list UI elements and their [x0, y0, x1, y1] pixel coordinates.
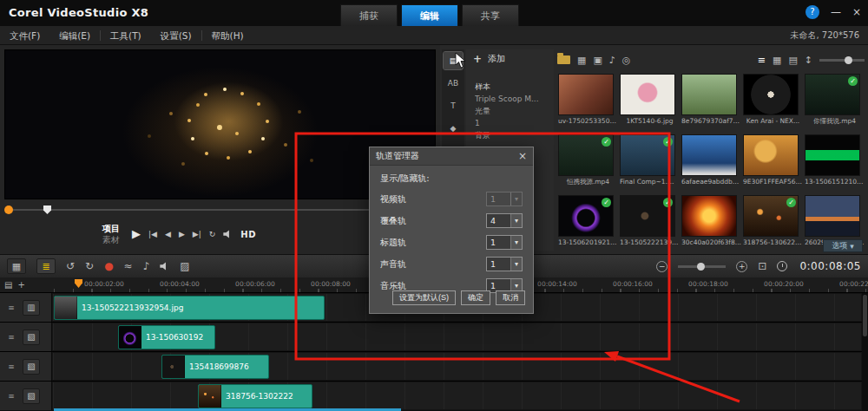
thumbnail-image[interactable]: ✓	[805, 74, 860, 115]
repeat-icon[interactable]: ↻	[209, 228, 216, 240]
media-library-icon[interactable]: ▤	[444, 52, 463, 69]
timeline-vertical-scrollbar[interactable]	[862, 293, 868, 411]
menu-edit[interactable]: 编辑(E)	[49, 26, 100, 45]
scrub-handle[interactable]	[43, 206, 51, 214]
record-capture-icon[interactable]: ▣	[593, 55, 602, 66]
home-button[interactable]: |◀	[148, 228, 157, 240]
overlay-track-icon[interactable]: ▧	[23, 388, 40, 404]
import-folder-icon[interactable]	[557, 55, 570, 64]
menu-file[interactable]: 文件(F)	[0, 26, 49, 45]
hd-preview-button[interactable]: HD	[240, 230, 256, 239]
tab-capture[interactable]: 捕获	[340, 4, 398, 26]
media-item[interactable]: ✓Final Comp~1.mp4	[620, 134, 681, 195]
fit-project-icon[interactable]: ⊡	[758, 260, 766, 272]
media-item[interactable]: ✓你懂我说.mp4	[805, 74, 866, 134]
menu-help[interactable]: 帮助(H)	[202, 26, 253, 45]
thumbnail-image[interactable]: ✓	[681, 134, 737, 176]
video-track-icon[interactable]: ▥	[23, 300, 40, 316]
thumbnail-image[interactable]: ✓	[743, 74, 799, 115]
library-folder-light[interactable]: 光量	[475, 105, 551, 117]
title-track-select[interactable]: 1 ▾	[486, 235, 523, 250]
media-item[interactable]: ✓1KT5140-6.jpg	[620, 74, 681, 134]
timeline-clip[interactable]: 13-150522213932954.jpg	[54, 296, 325, 320]
project-duration-icon[interactable]	[777, 261, 787, 271]
tab-share[interactable]: 共享	[462, 4, 519, 26]
record-capture-icon[interactable]: ●	[104, 260, 113, 272]
media-item[interactable]: ✓13-15062019212...	[558, 195, 620, 256]
add-folder-row[interactable]: + 添加	[466, 49, 554, 68]
thumbnail-image[interactable]: ✓	[805, 134, 860, 176]
media-item[interactable]: ✓uv-17502533509 M...	[558, 74, 620, 134]
thumbnail-image[interactable]: ✓	[620, 134, 675, 176]
thumbnail-image[interactable]: ✓	[743, 134, 799, 176]
timeline-view-button[interactable]: ≣	[36, 258, 56, 274]
track-lock-icon[interactable]: ≡	[0, 333, 23, 342]
thumbnail-view-icon[interactable]: ▦	[773, 55, 781, 66]
media-item[interactable]: ✓6afaeae9abddb4...	[681, 134, 743, 195]
trim-start-marker[interactable]	[4, 206, 13, 214]
undo-icon[interactable]: ↺	[66, 260, 75, 272]
help-icon[interactable]: ?	[806, 5, 819, 19]
overlay-track-icon[interactable]: ▧	[23, 359, 40, 375]
add-track-icon[interactable]: +	[17, 279, 24, 290]
thumbnail-image[interactable]: ✓	[681, 74, 737, 115]
thumbnail-image[interactable]: ✓	[681, 195, 737, 237]
track-lock-icon[interactable]: ≡	[0, 392, 23, 401]
media-item[interactable]: ✓恒携我源.mp4	[558, 134, 620, 195]
sort-icon[interactable]: ↕	[805, 55, 812, 66]
mode-clip-button[interactable]: 素材	[102, 234, 120, 245]
play-button[interactable]: ▶	[132, 228, 141, 240]
thumbnail-size-slider[interactable]	[819, 59, 865, 62]
track-manager-icon[interactable]: ▤	[4, 279, 12, 290]
title-icon[interactable]: T	[444, 97, 463, 114]
track-lock-icon[interactable]: ≡	[0, 362, 23, 371]
thumbnail-image[interactable]: ✓	[620, 74, 675, 115]
import-audio-icon[interactable]: ♪	[609, 55, 615, 66]
auto-music-icon[interactable]: ♪	[143, 260, 150, 272]
previous-frame-button[interactable]: ◀	[165, 228, 171, 240]
transition-icon[interactable]: AB	[444, 75, 463, 92]
thumbnail-image[interactable]: ✓	[558, 134, 614, 176]
next-frame-button[interactable]: ▶	[179, 228, 185, 240]
tab-edit[interactable]: 编辑	[401, 4, 458, 26]
zoom-in-icon[interactable]: +	[736, 261, 747, 272]
media-item[interactable]: ✓8e79679370af7c...	[681, 74, 743, 134]
thumbnail-image[interactable]: ✓	[620, 195, 675, 237]
ok-button[interactable]: 确定	[461, 290, 490, 305]
overlay-track-select[interactable]: 4 ▾	[486, 213, 523, 228]
media-item[interactable]: ✓Ken Arai - NEX...	[743, 74, 805, 134]
scrollbar-thumb[interactable]	[863, 295, 867, 336]
storyboard-view-button[interactable]: ▦	[7, 258, 26, 274]
thumbnail-image[interactable]: ✓	[558, 74, 614, 115]
library-folder-1[interactable]: 1	[475, 117, 551, 129]
timeline-zoom-slider[interactable]	[678, 265, 726, 268]
sound-mixer-icon[interactable]: ≈	[124, 260, 133, 272]
subtitle-editor-icon[interactable]: ▨	[180, 260, 189, 272]
volume-icon[interactable]	[223, 230, 233, 239]
media-item[interactable]: ✓9E30F1FFEAF56B...	[743, 134, 805, 195]
library-folder-samples[interactable]: 样本	[475, 81, 551, 93]
timeline-clip[interactable]: 13-150630192	[118, 325, 215, 349]
media-item[interactable]: ✓318756-1306222...	[743, 195, 805, 256]
minimize-icon[interactable]: —	[831, 5, 841, 19]
timeline-clip[interactable]: 135418699876	[161, 355, 269, 379]
thumbnail-image[interactable]: ✓	[805, 195, 860, 237]
voice-track-select[interactable]: 1 ▾	[486, 257, 523, 271]
menu-tools[interactable]: 工具(T)	[101, 26, 151, 45]
dialog-titlebar[interactable]: 轨道管理器 ×	[370, 147, 533, 166]
end-button[interactable]: ▶|	[193, 228, 201, 240]
mute-icon[interactable]	[160, 262, 169, 271]
media-item[interactable]: ✓30c40a020f63f8...	[681, 195, 743, 256]
list-view-icon[interactable]: ≡	[758, 55, 766, 66]
library-folder-background[interactable]: 背景	[475, 129, 551, 141]
slider-knob[interactable]	[845, 56, 852, 64]
menu-settings[interactable]: 设置(S)	[151, 26, 201, 45]
mode-project-button[interactable]: 项目	[102, 223, 120, 234]
set-default-button[interactable]: 设置为默认(S)	[392, 290, 456, 305]
detail-view-icon[interactable]: ▤	[788, 55, 797, 66]
cancel-button[interactable]: 取消	[496, 290, 525, 305]
graphic-icon[interactable]: ◆	[444, 120, 463, 137]
zoom-out-icon[interactable]: −	[656, 261, 667, 272]
cloud-icon[interactable]: ◎	[622, 55, 631, 66]
library-folder-triple-scoop[interactable]: Triple Scoop M...	[475, 93, 551, 105]
